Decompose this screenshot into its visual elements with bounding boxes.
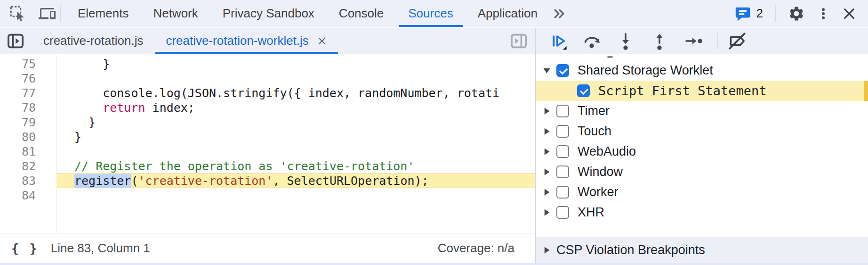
file-tabs: creative-rotation.jscreative-rotation-wo…	[32, 28, 339, 54]
chevron-right-icon[interactable]	[542, 246, 556, 255]
show-debugger-sidebar-icon[interactable]	[510, 32, 528, 50]
line-number[interactable]: 79	[0, 115, 56, 130]
debugger-toolbar	[536, 28, 868, 54]
line-source: // Register the operation as 'creative-r…	[56, 159, 535, 174]
device-toolbar-icon[interactable]	[39, 5, 56, 22]
devtools-window: ElementsNetworkPrivacy SandboxConsoleSou…	[0, 0, 868, 265]
close-icon[interactable]	[842, 6, 857, 21]
chevron-right-icon[interactable]	[542, 147, 556, 156]
deactivate-breakpoints-icon[interactable]	[726, 30, 748, 52]
breakpoint-label: Timer	[578, 104, 610, 118]
code-editor[interactable]: 75 }7677 console.log(JSON.stringify({ in…	[0, 55, 535, 233]
csp-violation-breakpoints-section[interactable]: CSP Violation Breakpoints	[536, 237, 868, 263]
checkbox-webaudio[interactable]	[556, 145, 569, 158]
line-source	[56, 71, 535, 86]
line-number[interactable]: 75	[0, 57, 56, 71]
breakpoint-row-worker[interactable]: Worker	[536, 182, 868, 202]
code-line-80[interactable]: 80}	[0, 130, 535, 144]
step-icon[interactable]	[683, 30, 704, 52]
file-tab-creative-rotation-worklet-js[interactable]: creative-rotation-worklet.js	[154, 28, 338, 54]
event-listener-breakpoints-panel: Shared Storage WorkletScript First State…	[536, 55, 868, 265]
checkbox-shared-storage-worklet[interactable]	[556, 64, 569, 77]
breakpoint-label: Touch	[578, 124, 611, 139]
breakpoint-row-script-first-statement[interactable]: Script First Statement	[536, 81, 868, 101]
code-line-82[interactable]: 82// Register the operation as 'creative…	[0, 159, 535, 174]
inspect-element-icon[interactable]	[9, 5, 26, 22]
debugger-toolbar-divider	[717, 33, 718, 49]
chevron-right-icon[interactable]	[542, 188, 556, 197]
chevron-right-icon[interactable]	[542, 208, 556, 217]
code-rows: 75 }7677 console.log(JSON.stringify({ in…	[0, 55, 535, 203]
breakpoint-label: WebAudio	[578, 144, 636, 159]
line-source: }	[56, 57, 535, 71]
line-number[interactable]: 80	[0, 130, 56, 144]
breakpoint-row-touch[interactable]: Touch	[536, 121, 868, 141]
chevron-right-icon[interactable]	[542, 167, 556, 176]
show-navigator-icon[interactable]	[7, 32, 24, 50]
resume-script-icon[interactable]	[547, 30, 569, 52]
file-tab-creative-rotation-js[interactable]: creative-rotation.js	[32, 28, 154, 54]
toolbar-divider-2	[775, 5, 776, 22]
code-line-84[interactable]: 84	[0, 188, 535, 203]
line-number[interactable]: 82	[0, 159, 56, 174]
chevron-down-icon[interactable]	[542, 66, 556, 75]
line-number[interactable]: 83	[0, 174, 56, 188]
breakpoint-row-shared-storage-worklet[interactable]: Shared Storage Worklet	[536, 60, 868, 81]
tab-close-icon[interactable]	[316, 35, 328, 47]
checkbox-window[interactable]	[556, 166, 569, 178]
code-line-78[interactable]: 78 return index;	[0, 100, 535, 115]
line-number[interactable]: 84	[0, 188, 56, 203]
step-over-icon[interactable]	[581, 30, 603, 52]
tab-privacy-sandbox[interactable]: Privacy Sandbox	[210, 0, 327, 27]
checkbox-script-first-statement[interactable]	[577, 84, 590, 97]
settings-gear-icon[interactable]	[788, 5, 805, 22]
pane-divider[interactable]	[535, 28, 536, 265]
line-source: register('creative-rotation', SelectURLO…	[56, 174, 535, 188]
breakpoint-label: Script First Statement	[598, 83, 767, 98]
panel-tabs: ElementsNetworkPrivacy SandboxConsoleSou…	[65, 0, 550, 27]
csp-section-label: CSP Violation Breakpoints	[556, 243, 705, 257]
line-number[interactable]: 78	[0, 100, 56, 115]
code-line-77[interactable]: 77 console.log(JSON.stringify({ index, r…	[0, 86, 535, 100]
issues-message-icon[interactable]	[735, 6, 751, 22]
chevron-right-icon[interactable]	[542, 107, 556, 116]
coverage-status: Coverage: n/a	[438, 241, 535, 256]
checkbox-worker[interactable]	[556, 186, 569, 199]
line-number[interactable]: 81	[0, 144, 56, 159]
breakpoint-label: XHR	[578, 205, 604, 220]
line-number[interactable]: 77	[0, 86, 56, 100]
code-line-75[interactable]: 75 }	[0, 57, 535, 71]
issues-count: 2	[756, 6, 763, 21]
checkbox-timer[interactable]	[556, 105, 569, 117]
breakpoint-row-window[interactable]: Window	[536, 162, 868, 182]
tab-elements[interactable]: Elements	[65, 0, 141, 27]
window-bottom-edge	[0, 263, 868, 265]
more-tabs-icon[interactable]	[552, 6, 568, 22]
checkbox-touch[interactable]	[556, 125, 569, 138]
kebab-menu-icon[interactable]	[816, 6, 830, 22]
file-tab-label: creative-rotation-worklet.js	[166, 33, 308, 48]
file-tab-label: creative-rotation.js	[43, 33, 143, 48]
breakpoint-rows: Shared Storage WorkletScript First State…	[536, 55, 868, 223]
tab-sources[interactable]: Sources	[396, 0, 465, 27]
code-line-83[interactable]: 83register('creative-rotation', SelectUR…	[0, 174, 535, 188]
code-line-81[interactable]: 81	[0, 144, 535, 159]
tab-console[interactable]: Console	[327, 0, 396, 27]
line-source	[56, 188, 535, 203]
step-out-icon[interactable]	[649, 30, 670, 52]
line-source: console.log(JSON.stringify({ index, rand…	[56, 86, 535, 100]
step-into-icon[interactable]	[615, 30, 636, 52]
chevron-right-icon[interactable]	[542, 127, 556, 136]
tab-network[interactable]: Network	[141, 0, 210, 27]
pretty-print-icon[interactable]: { }	[11, 241, 39, 256]
breakpoint-row-xhr[interactable]: XHR	[536, 202, 868, 223]
code-line-76[interactable]: 76	[0, 71, 535, 86]
tab-application[interactable]: Application	[466, 0, 550, 27]
checkbox-xhr[interactable]	[556, 206, 569, 219]
scrollbar-highlight-mark	[864, 81, 868, 101]
code-line-79[interactable]: 79 }	[0, 115, 535, 130]
breakpoint-row-timer[interactable]: Timer	[536, 101, 868, 121]
breakpoint-row-webaudio[interactable]: WebAudio	[536, 141, 868, 162]
toolbar-divider	[60, 5, 61, 22]
line-number[interactable]: 76	[0, 71, 56, 86]
